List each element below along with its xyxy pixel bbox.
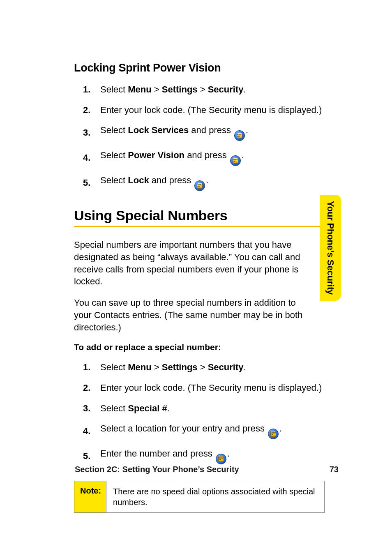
step-number: 5.: [83, 177, 100, 189]
menu-ok-button-icon: MENU OK: [234, 130, 245, 141]
footer-section: Section 2C: Setting Your Phone’s Securit…: [75, 465, 239, 474]
step-body: Select Menu > Settings > Security.: [100, 361, 325, 374]
step-b-5: 5. Enter the number and press MENU OK.: [83, 448, 325, 464]
menu-ok-button-icon: MENU OK: [216, 454, 226, 464]
page-number: 73: [330, 465, 339, 474]
step-b-2: 2. Enter your lock code. (The Security m…: [83, 382, 325, 394]
step-body: Select a location for your entry and pre…: [100, 422, 325, 439]
steps-list-b: 1. Select Menu > Settings > Security. 2.…: [74, 361, 325, 464]
side-tab: Your Phone’s Security: [320, 195, 341, 301]
step-number: 4.: [83, 152, 100, 164]
step-a-4: 4. Select Power Vision and press MENU OK…: [83, 149, 325, 166]
step-body: Enter the number and press MENU OK.: [100, 448, 325, 464]
paragraph-1: Special numbers are important numbers th…: [74, 239, 312, 288]
menu-ok-button-icon: MENU OK: [230, 155, 241, 166]
step-b-1: 1. Select Menu > Settings > Security.: [83, 361, 325, 374]
step-body: Select Power Vision and press MENU OK.: [100, 149, 325, 166]
step-a-2: 2. Enter your lock code. (The Security m…: [83, 104, 325, 116]
menu-ok-button-icon: MENU OK: [268, 429, 279, 439]
section-title: Using Special Numbers: [74, 208, 325, 224]
step-body: Select Lock Services and press MENU OK.: [100, 124, 325, 141]
step-a-1: 1. Select Menu > Settings > Security.: [83, 83, 325, 96]
step-a-5: 5. Select Lock and press MENU OK.: [83, 174, 325, 191]
step-number: 2.: [83, 104, 100, 116]
subheading-locking: Locking Sprint Power Vision: [74, 62, 325, 74]
note-box: Note: There are no speed dial options as…: [74, 481, 325, 513]
lead-in: To add or replace a special number:: [74, 342, 325, 352]
step-number: 2.: [83, 382, 100, 394]
menu-ok-button-icon: MENU OK: [194, 180, 205, 191]
step-body: Select Special #.: [100, 402, 325, 415]
step-b-4: 4. Select a location for your entry and …: [83, 422, 325, 439]
page-footer: Section 2C: Setting Your Phone’s Securit…: [75, 465, 339, 474]
step-body: Select Menu > Settings > Security.: [100, 83, 325, 96]
step-b-3: 3. Select Special #.: [83, 402, 325, 415]
step-number: 3.: [83, 402, 100, 415]
step-body: Select Lock and press MENU OK.: [100, 174, 325, 191]
step-number: 3.: [83, 127, 100, 139]
side-tab-label: Your Phone’s Security: [325, 201, 336, 295]
step-body: Enter your lock code. (The Security menu…: [100, 382, 325, 394]
step-number: 1.: [83, 83, 100, 96]
step-a-3: 3. Select Lock Services and press MENU O…: [83, 124, 325, 141]
paragraph-2: You can save up to three special numbers…: [74, 297, 312, 333]
step-number: 5.: [83, 450, 100, 462]
note-text: There are no speed dial options associat…: [106, 481, 324, 512]
section-rule: [74, 226, 325, 227]
step-number: 4.: [83, 425, 100, 437]
note-label: Note:: [74, 481, 106, 512]
steps-list-a: 1. Select Menu > Settings > Security. 2.…: [74, 83, 325, 191]
step-number: 1.: [83, 361, 100, 374]
step-body: Enter your lock code. (The Security menu…: [100, 104, 325, 116]
